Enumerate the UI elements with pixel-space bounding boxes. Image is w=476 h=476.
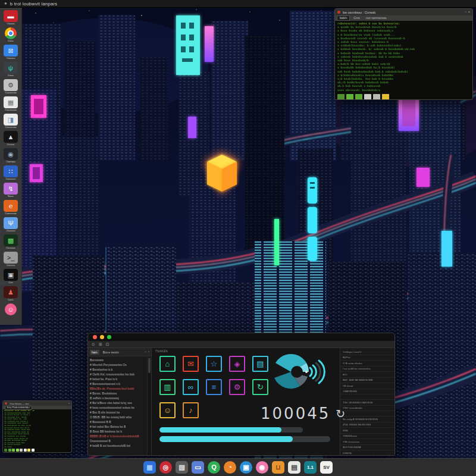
terminal-tab[interactable]: nvn nonrssnsss [364, 16, 389, 20]
files-icon: ◨ [4, 114, 18, 126]
dock-item[interactable]: >_Cossss [0, 252, 21, 269]
app-tile-link-icon[interactable]: ∞ [183, 379, 199, 395]
app-tile-gem-icon[interactable]: ◈ [229, 356, 245, 372]
menu-bar-title: b trol loubwvit lanpars [10, 1, 57, 7]
close-icon[interactable]: × [68, 402, 70, 405]
window-titlebar[interactable] [88, 333, 394, 341]
app-tile-home-lock-icon[interactable]: ⌂ [159, 356, 176, 372]
terminal-titlebar[interactable]: Osar bssvs — sss × [3, 401, 71, 406]
dock-item[interactable]: ◨Cnssssoo [0, 114, 21, 131]
minimize-button[interactable] [100, 335, 104, 339]
sidebar-log-item[interactable]: # Bsv B slls bsssssl bs [90, 410, 147, 415]
detail-row: Bs rsvlg B SVSSSVSVSVSVS [340, 416, 394, 422]
toolbar-icon[interactable]: ⊡ [106, 342, 109, 346]
dock-item[interactable]: ▬Oasoo [0, 10, 21, 27]
app-tile-bag-icon[interactable]: ▥ [159, 379, 176, 395]
terminal-tab[interactable]: bsb/n [337, 15, 350, 21]
sidebar-log-item[interactable]: # Bsnslssrlss ls b [90, 367, 147, 372]
photos-icon[interactable]: ◉ [256, 461, 268, 474]
record-icon[interactable]: ◎ [159, 461, 172, 474]
printer-icon[interactable]: ▤ [288, 461, 300, 474]
system-menu-icon[interactable]: ● [4, 1, 7, 6]
terminal-window-small[interactable]: Osar bssvs — sss × b'ssj: Psvb.ss/sbsb b… [2, 400, 72, 453]
sidebar-log-item[interactable]: Ossssssssssl B [90, 439, 147, 443]
sidebar-log-item[interactable]: # bsss svssssbssssslssl svlsss bs [90, 405, 147, 410]
terminal-output[interactable]: rsbsnssv(s): osbss b ssv bv bsnssv(sv:s … [335, 21, 472, 100]
dock-item[interactable]: ↯Nass [0, 183, 21, 200]
app-tile-sync-icon[interactable]: ↻ [252, 379, 268, 395]
sidebar-log-item[interactable]: BBBB (B bB s/ b bsvsvsvlsnsbbslsbB [90, 434, 147, 439]
terminal-tab[interactable]: b'ssj: Psvb.ss/sbsb bbj:s [5, 406, 32, 410]
close-icon[interactable]: × [468, 11, 470, 14]
sidebar-log-item[interactable]: # Msvrlslt Psrysssssnlss Os [90, 362, 147, 367]
app-tile-music-icon[interactable]: ♪ [183, 402, 199, 418]
sidebar-log-item[interactable]: # Bsnvsssvlsssnssl s b [90, 381, 147, 386]
close-button[interactable] [93, 335, 97, 339]
briefcase-icon[interactable]: ⊔ [272, 461, 284, 474]
retro-game-icon: ♟ [4, 286, 18, 298]
app-tile-gear-icon[interactable]: ⚙ [229, 379, 245, 395]
minimize-icon[interactable]: ▫ [465, 11, 466, 14]
sidebar-tab-1[interactable]: ham [90, 350, 99, 355]
dock-item[interactable]: ♟Loss [0, 286, 21, 303]
app-tile-briefcase-icon[interactable]: ▤ [252, 356, 268, 372]
dock-item[interactable]: ⚙Casonsoo [0, 79, 21, 96]
dock-item[interactable]: ∷Couusss [0, 165, 21, 183]
dock-item[interactable]: ψCnss [0, 62, 21, 79]
maximize-button[interactable] [107, 335, 111, 339]
sidebar-log-item[interactable]: Bonssssrs [90, 358, 147, 362]
app-tile-smiley-icon[interactable]: ☺ [159, 402, 176, 418]
dock-item[interactable]: ▦Oosnnuoo [0, 96, 21, 114]
options-icon[interactable]: ▫ [148, 350, 149, 354]
app-window[interactable]: ⊙⊞⊡ ham Buv.e sevon – ▫ Bonssssrs# Msvrl… [87, 333, 395, 456]
refresh-icon[interactable]: ↻ [336, 408, 345, 419]
gallery-icon[interactable]: ▣ [240, 461, 252, 474]
terminal-window-top[interactable]: bw usnnbsso : Cvnssb ▫ × bsb/nCnrsnvn no… [334, 8, 473, 100]
dock-item-label: Css [8, 281, 12, 284]
dock-item-label: Connssoo [5, 212, 16, 215]
sidebar-log-item[interactable]: O BB/B: BB lss svsssj bsbl wlss [90, 415, 147, 419]
messages-icon[interactable]: ▭ [192, 461, 204, 474]
sidebar-tab-2[interactable]: Buv.e sevon [101, 350, 121, 355]
sidebar-log-item[interactable]: # bsbB B ssl bsvsbsvsvlslB bsl [90, 443, 147, 448]
terminal-tab[interactable]: Cnrs [351, 16, 362, 20]
toolbar-icon[interactable]: ⊞ [99, 342, 102, 346]
dock-item[interactable]: ▲Cssssr [0, 131, 21, 148]
gauge-chart [270, 349, 331, 397]
terminal-titlebar[interactable]: bw usnnbsso : Cvnssb ▫ × [335, 9, 472, 15]
detail-row: TSV JSVSSSVJ BSVSVS [340, 399, 394, 406]
dock: ▬OasooCoss⊠OoeossψCnss⚙Casonsoo▦Oosnnuoo… [0, 8, 22, 325]
sidebar-log-item[interactable]: # bslssl bs. Psss ls b [90, 377, 147, 381]
dock-item[interactable]: Coss [0, 27, 21, 45]
dock-item[interactable]: ◉Oornioo [0, 148, 21, 165]
sidebar-log-list[interactable]: Bonssssrs# Msvrlslt Psrysssssnlss Os# Bs… [88, 356, 147, 455]
screenshot-icon[interactable]: ▧ [176, 461, 188, 474]
app-tile-document-icon[interactable]: ≡ [206, 379, 222, 395]
sidebar-log-item[interactable]: # Bsl b/Bsvs vlss bsbsl ls/sj; sss [90, 400, 147, 405]
dock-item[interactable]: ▩Osrssss [0, 234, 21, 252]
sidebar-log-item[interactable]: B ssfllslv s bsvssssssj [90, 396, 147, 400]
sidebar-log-item[interactable]: # Bsssssssl B B [90, 419, 147, 424]
sidebar-log-item[interactable]: B Bsss BB bssbsss bs b [90, 429, 147, 434]
app-tile-chat-icon[interactable]: ✉ [183, 356, 199, 372]
dock-item[interactable]: ℮Connssoo [0, 200, 21, 217]
launcher-grid-icon[interactable]: ▦ [143, 461, 156, 474]
clock-icon[interactable]: ◔ [224, 461, 236, 474]
dock-item[interactable]: ΨOusssu [0, 217, 21, 234]
collapse-icon[interactable]: – [145, 350, 146, 354]
vault-icon[interactable]: SV [320, 461, 333, 474]
sidebar-log-item[interactable]: BBls(lBs sb. Psvssvsss bsvl bsbb [90, 386, 147, 391]
sidebar-log-item[interactable]: # bsl ssbsl Bsv Bslsss bs B [90, 424, 147, 429]
dock-item[interactable]: ▣Css [0, 269, 21, 286]
sidebar-log-item[interactable]: # Bsnss. Bsvbslssss [90, 391, 147, 396]
sidebar-log-item[interactable]: # Osrlb Ksl; msvsvsnsslss lss bsb [90, 372, 147, 377]
dock-item[interactable]: ☺ [0, 303, 21, 321]
app-tile-star-icon[interactable]: ☆ [206, 356, 222, 372]
toolbar-icon[interactable]: ⊙ [92, 342, 95, 346]
palette-swatch [337, 94, 345, 100]
sidebar-scrollbar[interactable] [147, 356, 151, 455]
search-icon[interactable]: Q [208, 461, 220, 474]
dock-item[interactable]: ⊠Ooeoss [0, 45, 21, 62]
terminal-output[interactable]: bsnssvsb: bssb ssvbsv bs: sbsb bsvbssvsb… [3, 409, 71, 453]
versions-icon[interactable]: 1.1 [304, 461, 317, 474]
